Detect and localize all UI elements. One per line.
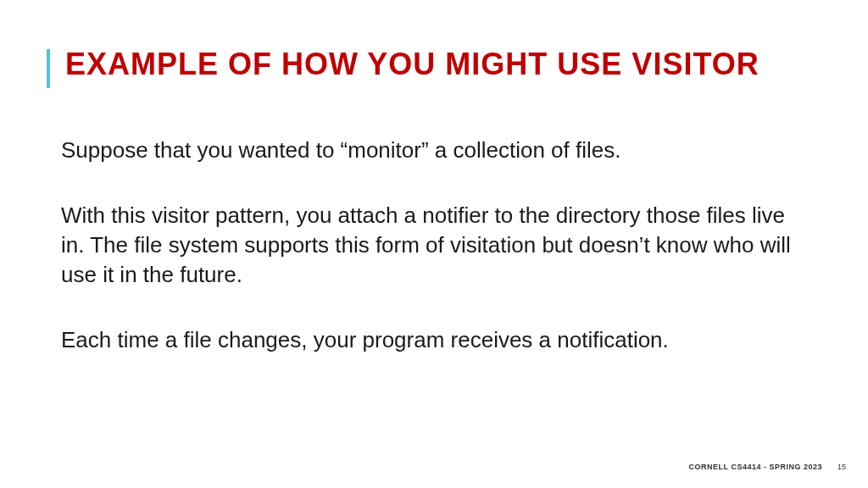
body-paragraph: Each time a file changes, your program r… xyxy=(61,325,807,355)
slide-body: Suppose that you wanted to “monitor” a c… xyxy=(61,136,807,355)
footer-course-label: CORNELL CS4414 - SPRING 2023 xyxy=(689,463,822,471)
slide-title: EXAMPLE OF HOW YOU MIGHT USE VISITOR xyxy=(65,47,760,82)
title-accent-bar xyxy=(47,49,50,88)
footer-page-number: 15 xyxy=(837,463,846,471)
body-paragraph: Suppose that you wanted to “monitor” a c… xyxy=(61,136,807,165)
slide: EXAMPLE OF HOW YOU MIGHT USE VISITOR Sup… xyxy=(0,0,868,488)
body-paragraph: With this visitor pattern, you attach a … xyxy=(61,201,807,290)
